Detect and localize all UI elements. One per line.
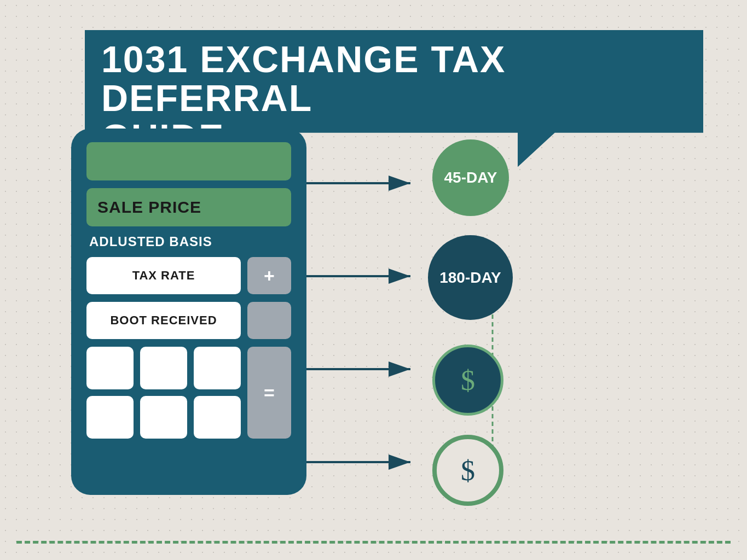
small-key-3 [194, 347, 241, 389]
numeric-keys-section: = [86, 347, 291, 439]
small-key-2 [140, 347, 187, 389]
tax-rate-key: TAX RATE [86, 257, 241, 294]
small-key-1 [86, 347, 134, 389]
boot-received-key: BOOT RECEIVED [86, 302, 241, 339]
calculator: SALE PRICE ADLUSTED BASIS TAX RATE + BOO… [71, 129, 306, 495]
circle-dollar-1: $ [432, 345, 503, 416]
dashed-bottom-line [16, 541, 731, 544]
sale-price-display: SALE PRICE [86, 188, 291, 226]
small-key-6 [194, 396, 241, 439]
tax-rate-label: TAX RATE [132, 269, 195, 283]
45day-label: 45-DAY [444, 169, 497, 186]
small-keys-row-1 [86, 347, 241, 389]
adjusted-basis-label: ADLUSTED BASIS [86, 234, 291, 249]
180day-label: 180-DAY [439, 269, 501, 287]
circle-dollar-2: $ [432, 435, 503, 506]
boot-received-label: BOOT RECEIVED [110, 313, 217, 328]
plus-key: + [247, 257, 291, 294]
calc-display-top [86, 142, 291, 180]
small-keys-row-2 [86, 396, 241, 439]
small-keys-grid [86, 347, 241, 439]
circle-45day: 45-DAY [432, 139, 509, 216]
sale-price-label: SALE PRICE [97, 198, 201, 217]
dollar-sign-2: $ [461, 454, 475, 487]
gray-key-1 [247, 302, 291, 339]
small-key-5 [140, 396, 187, 439]
dollar-sign-1: $ [461, 364, 475, 396]
boot-received-row: BOOT RECEIVED [86, 302, 291, 339]
equals-key: = [247, 347, 291, 439]
tax-rate-row: TAX RATE + [86, 257, 291, 294]
circle-180day: 180-DAY [428, 235, 513, 320]
small-key-4 [86, 396, 134, 439]
